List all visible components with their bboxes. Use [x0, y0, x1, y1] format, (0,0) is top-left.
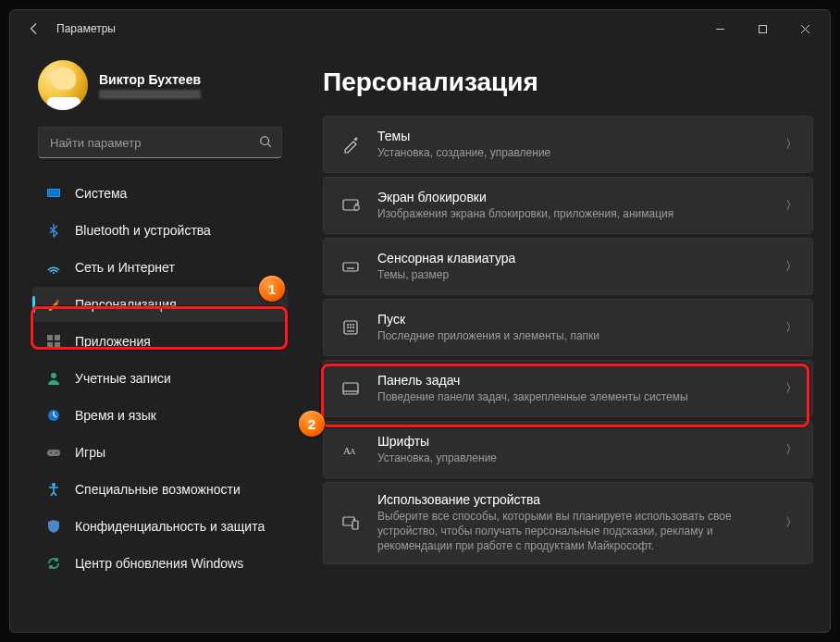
lockscreen-icon — [340, 195, 361, 216]
minimize-button[interactable] — [698, 14, 741, 43]
svg-line-3 — [268, 143, 271, 146]
gaming-icon — [45, 444, 62, 461]
search-box[interactable] — [38, 127, 282, 158]
tile-title: Экран блокировки — [377, 190, 769, 204]
sidebar-item-label: Игры — [75, 445, 105, 460]
sidebar-item-gaming[interactable]: Игры — [32, 435, 288, 470]
tile-fonts[interactable]: AA Шрифты Установка, управление 〉 — [323, 421, 813, 478]
bluetooth-icon — [45, 222, 62, 239]
sidebar-item-label: Bluetooth и устройства — [75, 223, 211, 238]
chevron-right-icon: 〉 — [785, 441, 797, 458]
apps-icon — [45, 333, 62, 350]
chevron-right-icon: 〉 — [785, 258, 797, 275]
page-title: Персонализация — [323, 68, 813, 97]
tile-lockscreen[interactable]: Экран блокировки Изображения экрана блок… — [323, 177, 813, 234]
sidebar-item-label: Сеть и Интернет — [75, 260, 175, 275]
svg-point-17 — [52, 483, 56, 487]
svg-rect-1 — [759, 25, 766, 32]
sidebar-item-network[interactable]: Сеть и Интернет — [32, 250, 288, 285]
tile-taskbar[interactable]: Панель задач Поведение панели задач, зак… — [323, 360, 813, 417]
sidebar-item-accessibility[interactable]: Специальные возможности — [32, 472, 288, 507]
tile-desc: Последние приложения и элементы, папки — [377, 328, 769, 343]
tile-desc: Установка, создание, управление — [377, 145, 769, 160]
main-content: Персонализация Темы Установка, создание,… — [297, 47, 830, 632]
tile-deviceuse[interactable]: Использование устройства Выберите все сп… — [323, 482, 813, 564]
chevron-right-icon: 〉 — [785, 319, 797, 336]
svg-point-12 — [51, 373, 56, 378]
sidebar-item-apps[interactable]: Приложения — [32, 324, 288, 359]
network-icon — [45, 259, 62, 276]
sidebar-item-system[interactable]: Система — [32, 176, 288, 211]
accounts-icon — [45, 370, 62, 387]
fonts-icon: AA — [340, 439, 361, 460]
taskbar-icon — [340, 378, 361, 399]
sidebar-item-update[interactable]: Центр обновления Windows — [32, 546, 288, 581]
maximize-button[interactable] — [741, 14, 784, 43]
titlebar: Параметры — [10, 10, 830, 47]
chevron-right-icon: 〉 — [785, 136, 797, 153]
svg-point-16 — [56, 452, 57, 454]
deviceuse-icon — [340, 512, 361, 533]
profile-block[interactable]: Виктор Бухтеев — [32, 55, 288, 123]
sidebar-item-label: Система — [75, 186, 127, 201]
sidebar-item-label: Центр обновления Windows — [75, 556, 243, 571]
svg-rect-8 — [47, 335, 53, 340]
search-icon — [259, 135, 272, 151]
svg-point-2 — [261, 136, 269, 144]
svg-rect-14 — [47, 450, 60, 456]
nav-list: Система Bluetooth и устройства Сеть и Ин… — [32, 175, 288, 582]
time-icon — [45, 407, 62, 424]
sidebar-item-personalize[interactable]: Персонализация — [32, 287, 288, 322]
accessibility-icon — [45, 481, 62, 498]
chevron-right-icon: 〉 — [785, 380, 797, 397]
chevron-right-icon: 〉 — [785, 197, 797, 214]
svg-text:A: A — [350, 447, 356, 456]
profile-email — [99, 90, 201, 99]
sidebar-item-bluetooth[interactable]: Bluetooth и устройства — [32, 213, 288, 248]
tile-title: Панель задач — [377, 373, 769, 388]
back-button[interactable] — [21, 16, 47, 42]
tile-title: Темы — [377, 129, 769, 143]
svg-point-28 — [350, 324, 352, 326]
tile-title: Использование устройства — [377, 492, 769, 507]
svg-rect-9 — [55, 335, 60, 340]
personalize-icon — [45, 296, 62, 313]
svg-rect-19 — [354, 205, 359, 210]
tile-desc: Поведение панели задач, закрепленные эле… — [377, 389, 769, 404]
svg-point-15 — [50, 452, 52, 454]
sidebar: Виктор Бухтеев Система Bluetooth и устро… — [10, 47, 297, 632]
system-icon — [45, 185, 62, 202]
svg-point-27 — [347, 324, 349, 326]
tile-desc: Изображения экрана блокировки, приложени… — [377, 206, 769, 221]
svg-rect-39 — [352, 521, 358, 529]
sidebar-item-privacy[interactable]: Конфиденциальность и защита — [32, 509, 288, 544]
keyboard-icon — [340, 256, 361, 277]
tile-title: Пуск — [377, 312, 769, 327]
themes-icon — [340, 134, 361, 154]
tile-start[interactable]: Пуск Последние приложения и элементы, па… — [323, 299, 813, 356]
annotation-badge-2: 2 — [299, 411, 325, 437]
annotation-badge-1: 1 — [259, 276, 285, 302]
sidebar-item-label: Конфиденциальность и защита — [75, 519, 265, 534]
sidebar-item-time[interactable]: Время и язык — [32, 398, 288, 433]
tile-title: Сенсорная клавиатура — [377, 251, 769, 265]
sidebar-item-label: Специальные возможности — [75, 482, 241, 497]
svg-point-32 — [352, 327, 354, 328]
svg-rect-11 — [55, 342, 60, 348]
profile-name: Виктор Бухтеев — [99, 72, 201, 87]
sidebar-item-label: Время и язык — [75, 408, 156, 423]
svg-rect-5 — [48, 190, 59, 196]
tile-themes[interactable]: Темы Установка, создание, управление 〉 — [323, 116, 813, 173]
svg-point-29 — [352, 324, 354, 326]
avatar — [38, 60, 88, 110]
svg-point-30 — [347, 327, 349, 328]
sidebar-item-label: Учетные записи — [75, 371, 171, 386]
update-icon — [45, 555, 62, 572]
tile-touchkbd[interactable]: Сенсорная клавиатура Темы, размер 〉 — [323, 238, 813, 295]
search-input[interactable] — [50, 136, 259, 150]
sidebar-item-label: Персонализация — [75, 297, 177, 312]
close-button[interactable] — [784, 14, 826, 43]
svg-rect-20 — [343, 263, 358, 271]
tile-desc: Выберите все способы, которыми вы планир… — [377, 509, 769, 554]
sidebar-item-accounts[interactable]: Учетные записи — [32, 361, 288, 396]
